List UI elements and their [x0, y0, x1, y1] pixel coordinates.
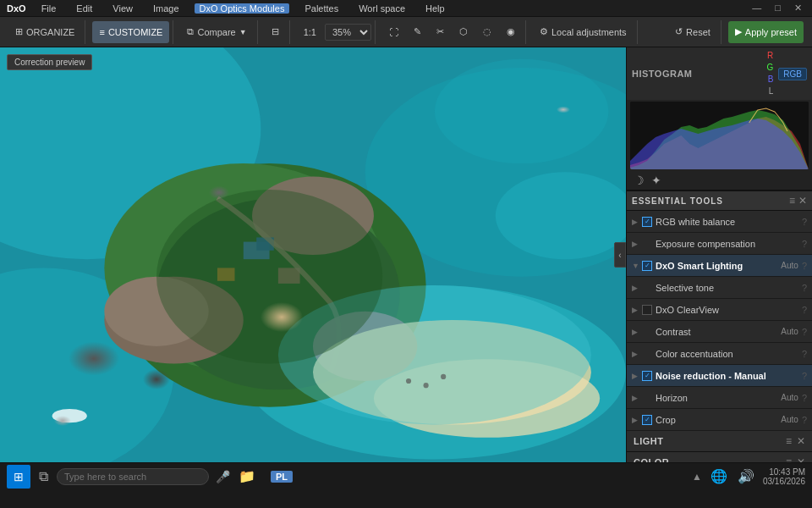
system-tray-expand[interactable]: ▲	[692, 471, 702, 483]
menu-view[interactable]: View	[107, 3, 138, 14]
color-menu-icon[interactable]: ≡	[786, 456, 792, 462]
clock-date: 03/16/2026	[763, 477, 805, 486]
help-icon[interactable]: ?	[802, 327, 807, 337]
svg-rect-15	[278, 268, 300, 284]
menu-dxo-optics[interactable]: DxO Optics Modules	[195, 3, 290, 14]
title-bar-left: DxO File Edit View Image DxO Optics Modu…	[7, 3, 450, 14]
histogram-svg	[630, 102, 809, 169]
tool-checkbox-crop[interactable]: ✓	[642, 415, 652, 425]
help-icon[interactable]: ?	[802, 305, 807, 315]
panel-collapse-arrow[interactable]: ‹	[614, 242, 626, 268]
help-icon[interactable]: ?	[802, 239, 807, 249]
light-section[interactable]: LIGHT ≡ ✕	[627, 431, 812, 452]
taskview-icon[interactable]: ⧉	[39, 469, 48, 484]
tool-smart-lighting[interactable]: ▼ ✓ DxO Smart Lighting Auto ?	[627, 255, 812, 277]
zoom-select[interactable]: 35% 50% 100% Fit	[325, 24, 371, 41]
main-image	[0, 47, 626, 462]
clone-button[interactable]: ⬡	[453, 21, 475, 43]
tool-exposure[interactable]: ▶ Exposure compensation ?	[627, 233, 812, 255]
tool-checkbox-rgb[interactable]: ✓	[642, 217, 652, 227]
tool-selective-tone[interactable]: ▶ Selective tone ?	[627, 277, 812, 299]
menu-palettes[interactable]: Palettes	[299, 3, 343, 14]
help-icon[interactable]: ?	[802, 283, 807, 293]
help-icon[interactable]: ?	[802, 415, 807, 425]
maximize-button[interactable]: □	[771, 3, 784, 14]
tool-color-accent[interactable]: ▶ Color accentuation ?	[627, 343, 812, 365]
tool-noise-reduction[interactable]: ▶ ✓ Noise reduction - Manual ?	[627, 365, 812, 387]
tool-badge-contrast: Auto	[781, 327, 798, 336]
svg-point-8	[104, 277, 243, 364]
expand-icon: ▶	[632, 350, 642, 358]
svg-rect-14	[217, 268, 235, 280]
help-icon[interactable]: ?	[802, 393, 807, 403]
network-icon[interactable]: 🌐	[710, 468, 727, 484]
crop-tool-button[interactable]: ⛶	[382, 21, 405, 43]
straighten-button[interactable]: ✎	[407, 21, 428, 43]
menu-icon[interactable]: ≡	[789, 195, 795, 207]
help-icon[interactable]: ?	[802, 349, 807, 359]
local-adj-button[interactable]: ⚙ Local adjustments	[533, 21, 634, 43]
essential-tools-actions[interactable]: ≡ ✕	[789, 195, 807, 207]
fit-button[interactable]: 1:1	[297, 21, 323, 43]
hist-l-channel[interactable]: L	[769, 86, 774, 97]
expand-icon: ▶	[632, 284, 642, 292]
close-button[interactable]: ✕	[791, 3, 805, 14]
sliders-icon: ≡	[99, 27, 104, 37]
light-actions: ≡ ✕	[786, 435, 805, 447]
tool-checkbox-smart[interactable]: ✓	[642, 261, 652, 271]
expand-icon: ▶	[632, 218, 642, 226]
light-menu-icon[interactable]: ≡	[786, 435, 792, 447]
tool-checkbox-clv[interactable]	[642, 305, 652, 315]
file-explorer-icon[interactable]: 📁	[239, 468, 255, 484]
start-button[interactable]: ⊞	[7, 465, 30, 489]
taskbar: ⊞ ⧉ 🎤 📁 PL ▲ 🌐 🔊 10:43 PM 03/16/2026	[0, 462, 812, 489]
svg-point-16	[313, 320, 591, 424]
hist-r-channel[interactable]: R	[767, 50, 773, 62]
image-svg	[0, 47, 626, 462]
help-icon[interactable]: ?	[802, 217, 807, 227]
volume-icon[interactable]: 🔊	[738, 468, 754, 484]
minimize-button[interactable]: —	[749, 3, 765, 14]
main-area: Correction preview	[0, 47, 812, 462]
grid-view-button[interactable]: ⊟	[265, 21, 286, 43]
repair-button[interactable]: ✂	[430, 21, 451, 43]
compare-button[interactable]: ⧉ Compare ▼	[180, 21, 253, 43]
menu-help[interactable]: Help	[420, 3, 450, 14]
menu-workspace[interactable]: Worl space	[354, 3, 410, 14]
mask-button[interactable]: ◌	[476, 21, 498, 43]
customize-button[interactable]: ≡ CUSTOMIZE	[92, 21, 169, 43]
light-close-icon[interactable]: ✕	[797, 435, 805, 447]
help-icon[interactable]: ?	[802, 261, 807, 271]
expand-icon: ▶	[632, 416, 642, 424]
organize-button[interactable]: ⊞ ORGANIZE	[8, 21, 81, 43]
color-close-icon[interactable]: ✕	[797, 456, 805, 462]
sun-icon[interactable]: ✦	[651, 174, 661, 187]
tool-checkbox-nr[interactable]: ✓	[642, 371, 652, 381]
menu-edit[interactable]: Edit	[71, 3, 97, 14]
svg-point-4	[0, 268, 174, 462]
tool-clearview[interactable]: ▶ DxO ClearView ?	[627, 299, 812, 321]
local-adj-group: ⚙ Local adjustments	[529, 20, 638, 44]
color-section[interactable]: COLOR ≡ ✕	[627, 452, 812, 462]
apply-preset-button[interactable]: ▶ Apply preset	[728, 21, 804, 43]
menu-image[interactable]: Image	[148, 3, 184, 14]
tool-crop[interactable]: ▶ ✓ Crop Auto ?	[627, 409, 812, 431]
tool-rgb-white-balance[interactable]: ▶ ✓ RGB white balance ?	[627, 211, 812, 233]
right-panel: HISTOGRAM R G B L RGB	[626, 47, 812, 462]
hist-b-channel[interactable]: B	[768, 74, 774, 86]
microphone-icon[interactable]: 🎤	[216, 470, 230, 483]
hist-g-channel[interactable]: G	[767, 62, 774, 74]
moon-icon[interactable]: ☽	[634, 174, 645, 187]
eye-button[interactable]: ◉	[500, 21, 522, 43]
taskbar-search-input[interactable]	[57, 468, 209, 485]
tool-horizon[interactable]: ▶ Horizon Auto ?	[627, 387, 812, 409]
reset-button[interactable]: ↺ Reset	[668, 21, 717, 43]
dxo-taskbar-app[interactable]: PL	[264, 469, 299, 484]
correction-preview-button[interactable]: Correction preview	[7, 54, 92, 70]
tool-contrast[interactable]: ▶ Contrast Auto ?	[627, 321, 812, 343]
hist-rgb-button[interactable]: RGB	[778, 68, 807, 80]
help-icon[interactable]: ?	[802, 371, 807, 381]
taskbar-right: ▲ 🌐 🔊 10:43 PM 03/16/2026	[692, 467, 805, 486]
menu-file[interactable]: File	[36, 3, 62, 14]
close-section-icon[interactable]: ✕	[798, 195, 807, 207]
